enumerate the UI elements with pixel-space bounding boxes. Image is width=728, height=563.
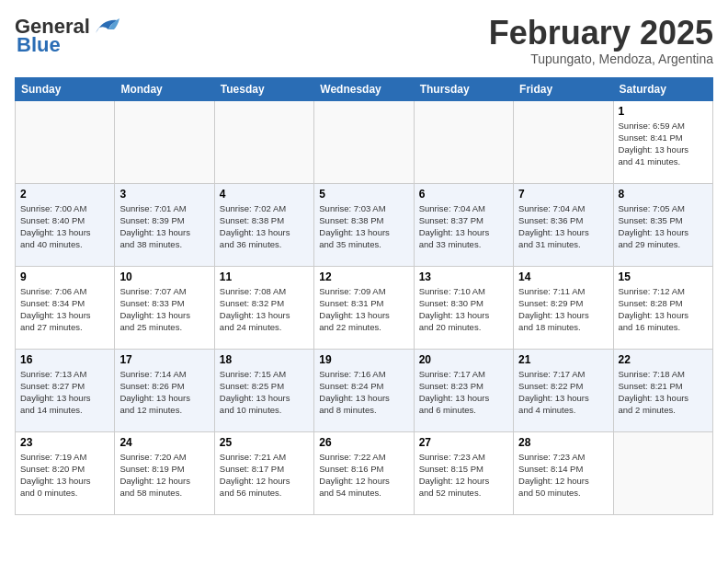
day-number: 24	[119, 436, 209, 449]
day-info: Sunrise: 7:00 AM Sunset: 8:40 PM Dayligh…	[20, 202, 109, 251]
day-number: 27	[419, 436, 508, 449]
logo: General Blue	[15, 15, 121, 57]
calendar-cell	[613, 431, 712, 514]
day-number: 13	[419, 270, 508, 283]
day-info: Sunrise: 7:01 AM Sunset: 8:39 PM Dayligh…	[119, 202, 209, 251]
logo-text-blue: Blue	[17, 33, 61, 57]
column-header-saturday: Saturday	[613, 77, 712, 100]
day-number: 14	[518, 270, 608, 283]
day-number: 28	[518, 436, 608, 449]
calendar-cell: 21Sunrise: 7:17 AM Sunset: 8:22 PM Dayli…	[514, 349, 613, 431]
calendar-cell: 9Sunrise: 7:06 AM Sunset: 8:34 PM Daylig…	[16, 266, 115, 349]
calendar-cell: 15Sunrise: 7:12 AM Sunset: 8:28 PM Dayli…	[613, 266, 712, 349]
calendar-cell: 3Sunrise: 7:01 AM Sunset: 8:39 PM Daylig…	[115, 183, 214, 266]
day-number: 18	[220, 353, 309, 366]
day-number: 1	[619, 105, 708, 118]
calendar-week-row: 9Sunrise: 7:06 AM Sunset: 8:34 PM Daylig…	[16, 266, 713, 349]
day-info: Sunrise: 7:17 AM Sunset: 8:23 PM Dayligh…	[419, 368, 508, 417]
calendar-cell	[414, 100, 513, 183]
day-number: 2	[20, 188, 109, 201]
calendar-cell	[16, 100, 115, 183]
day-info: Sunrise: 7:04 AM Sunset: 8:37 PM Dayligh…	[419, 202, 508, 251]
day-info: Sunrise: 7:05 AM Sunset: 8:35 PM Dayligh…	[619, 202, 708, 251]
column-header-sunday: Sunday	[16, 77, 115, 100]
day-info: Sunrise: 7:12 AM Sunset: 8:28 PM Dayligh…	[619, 285, 708, 334]
calendar-cell: 18Sunrise: 7:15 AM Sunset: 8:25 PM Dayli…	[214, 349, 313, 431]
day-number: 25	[220, 436, 309, 449]
day-info: Sunrise: 7:04 AM Sunset: 8:36 PM Dayligh…	[518, 202, 608, 251]
calendar-cell: 27Sunrise: 7:23 AM Sunset: 8:15 PM Dayli…	[414, 431, 513, 514]
day-info: Sunrise: 7:23 AM Sunset: 8:15 PM Dayligh…	[419, 451, 508, 500]
day-number: 12	[319, 270, 408, 283]
day-number: 5	[319, 188, 408, 201]
day-number: 19	[319, 353, 408, 366]
calendar-cell: 11Sunrise: 7:08 AM Sunset: 8:32 PM Dayli…	[214, 266, 313, 349]
day-info: Sunrise: 7:08 AM Sunset: 8:32 PM Dayligh…	[220, 285, 309, 334]
calendar-cell: 28Sunrise: 7:23 AM Sunset: 8:14 PM Dayli…	[514, 431, 613, 514]
calendar-cell: 16Sunrise: 7:13 AM Sunset: 8:27 PM Dayli…	[16, 349, 115, 431]
calendar-cell: 10Sunrise: 7:07 AM Sunset: 8:33 PM Dayli…	[115, 266, 214, 349]
calendar-cell: 6Sunrise: 7:04 AM Sunset: 8:37 PM Daylig…	[414, 183, 513, 266]
calendar-cell	[115, 100, 214, 183]
calendar-cell: 8Sunrise: 7:05 AM Sunset: 8:35 PM Daylig…	[613, 183, 712, 266]
day-info: Sunrise: 7:03 AM Sunset: 8:38 PM Dayligh…	[319, 202, 408, 251]
page-header: General Blue February 2025 Tupungato, Me…	[15, 15, 713, 66]
calendar-cell: 19Sunrise: 7:16 AM Sunset: 8:24 PM Dayli…	[314, 349, 414, 431]
day-info: Sunrise: 7:20 AM Sunset: 8:19 PM Dayligh…	[119, 451, 209, 500]
calendar-cell	[214, 100, 313, 183]
day-number: 20	[419, 353, 508, 366]
day-number: 4	[220, 188, 309, 201]
calendar-cell: 1Sunrise: 6:59 AM Sunset: 8:41 PM Daylig…	[613, 100, 712, 183]
column-header-friday: Friday	[514, 77, 613, 100]
calendar-cell: 7Sunrise: 7:04 AM Sunset: 8:36 PM Daylig…	[514, 183, 613, 266]
day-info: Sunrise: 7:15 AM Sunset: 8:25 PM Dayligh…	[220, 368, 309, 417]
day-number: 9	[20, 270, 109, 283]
calendar-subtitle: Tupungato, Mendoza, Argentina	[489, 52, 713, 66]
calendar-cell	[514, 100, 613, 183]
day-info: Sunrise: 7:14 AM Sunset: 8:26 PM Dayligh…	[119, 368, 209, 417]
day-number: 3	[119, 188, 209, 201]
day-number: 26	[319, 436, 408, 449]
day-number: 10	[119, 270, 209, 283]
calendar-header-row: SundayMondayTuesdayWednesdayThursdayFrid…	[16, 77, 713, 100]
calendar-cell: 20Sunrise: 7:17 AM Sunset: 8:23 PM Dayli…	[414, 349, 513, 431]
day-number: 16	[20, 353, 109, 366]
column-header-thursday: Thursday	[414, 77, 513, 100]
calendar-week-row: 2Sunrise: 7:00 AM Sunset: 8:40 PM Daylig…	[16, 183, 713, 266]
day-info: Sunrise: 7:02 AM Sunset: 8:38 PM Dayligh…	[220, 202, 309, 251]
day-number: 22	[619, 353, 708, 366]
day-number: 8	[619, 188, 708, 201]
calendar-week-row: 16Sunrise: 7:13 AM Sunset: 8:27 PM Dayli…	[16, 349, 713, 431]
logo-bird-icon	[92, 17, 121, 37]
day-info: Sunrise: 6:59 AM Sunset: 8:41 PM Dayligh…	[619, 120, 708, 168]
day-info: Sunrise: 7:21 AM Sunset: 8:17 PM Dayligh…	[220, 451, 309, 500]
title-block: February 2025 Tupungato, Mendoza, Argent…	[489, 15, 713, 66]
day-info: Sunrise: 7:18 AM Sunset: 8:21 PM Dayligh…	[619, 368, 708, 417]
calendar-cell: 26Sunrise: 7:22 AM Sunset: 8:16 PM Dayli…	[314, 431, 414, 514]
calendar-week-row: 23Sunrise: 7:19 AM Sunset: 8:20 PM Dayli…	[16, 431, 713, 514]
calendar-week-row: 1Sunrise: 6:59 AM Sunset: 8:41 PM Daylig…	[16, 100, 713, 183]
calendar-cell: 25Sunrise: 7:21 AM Sunset: 8:17 PM Dayli…	[214, 431, 313, 514]
calendar-cell: 5Sunrise: 7:03 AM Sunset: 8:38 PM Daylig…	[314, 183, 414, 266]
day-info: Sunrise: 7:09 AM Sunset: 8:31 PM Dayligh…	[319, 285, 408, 334]
day-number: 17	[119, 353, 209, 366]
calendar-cell: 13Sunrise: 7:10 AM Sunset: 8:30 PM Dayli…	[414, 266, 513, 349]
calendar-title: February 2025	[489, 15, 713, 52]
day-number: 11	[220, 270, 309, 283]
calendar-cell	[314, 100, 414, 183]
day-info: Sunrise: 7:22 AM Sunset: 8:16 PM Dayligh…	[319, 451, 408, 500]
calendar-cell: 24Sunrise: 7:20 AM Sunset: 8:19 PM Dayli…	[115, 431, 214, 514]
day-number: 21	[518, 353, 608, 366]
column-header-wednesday: Wednesday	[314, 77, 414, 100]
day-info: Sunrise: 7:06 AM Sunset: 8:34 PM Dayligh…	[20, 285, 109, 334]
column-header-monday: Monday	[115, 77, 214, 100]
day-info: Sunrise: 7:11 AM Sunset: 8:29 PM Dayligh…	[518, 285, 608, 334]
day-info: Sunrise: 7:13 AM Sunset: 8:27 PM Dayligh…	[20, 368, 109, 417]
column-header-tuesday: Tuesday	[214, 77, 313, 100]
day-info: Sunrise: 7:19 AM Sunset: 8:20 PM Dayligh…	[20, 451, 109, 500]
calendar-cell: 2Sunrise: 7:00 AM Sunset: 8:40 PM Daylig…	[16, 183, 115, 266]
calendar-cell: 17Sunrise: 7:14 AM Sunset: 8:26 PM Dayli…	[115, 349, 214, 431]
day-number: 23	[20, 436, 109, 449]
calendar-cell: 14Sunrise: 7:11 AM Sunset: 8:29 PM Dayli…	[514, 266, 613, 349]
calendar-cell: 23Sunrise: 7:19 AM Sunset: 8:20 PM Dayli…	[16, 431, 115, 514]
